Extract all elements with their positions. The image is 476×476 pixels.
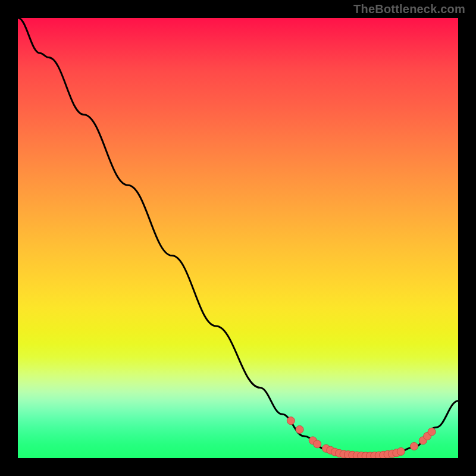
data-marker — [296, 425, 303, 433]
data-marker — [397, 447, 405, 455]
attribution-text: TheBottleneck.com — [353, 2, 465, 16]
chart-container: TheBottleneck.com — [0, 0, 476, 476]
curve-path — [18, 18, 458, 456]
plot-svg — [18, 18, 458, 458]
data-marker — [314, 440, 321, 448]
data-marker — [428, 428, 436, 436]
bottleneck-curve — [18, 18, 458, 456]
data-marker — [287, 417, 295, 425]
plot-area — [18, 18, 458, 458]
data-marker — [411, 443, 418, 450]
